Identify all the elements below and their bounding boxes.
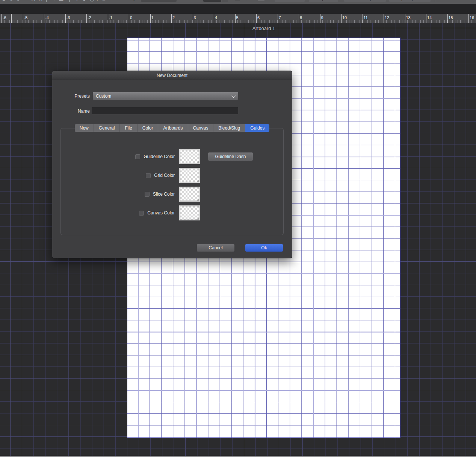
horizontal-ruler: -6-5-4-3-2-1012345678910111213141516: [0, 14, 476, 23]
ruler-number: 9: [321, 15, 323, 20]
ruler-number: 1: [151, 15, 154, 20]
name-input[interactable]: [92, 107, 238, 114]
presets-dropdown[interactable]: Custom: [93, 92, 238, 100]
chevron-down-icon: [231, 94, 236, 98]
ruler-major-tick: [468, 14, 469, 23]
ruler-number: 14: [427, 15, 432, 20]
ruler-major-tick: [384, 14, 384, 23]
pen-icon[interactable]: ✎: [51, 0, 56, 2]
ruler-major-tick: [447, 14, 448, 23]
ruler-number: 10: [342, 15, 347, 20]
swap-arrows-icon[interactable]: ⇄: [245, 0, 249, 1]
ok-button[interactable]: Ok: [245, 244, 283, 252]
ruler-major-tick: [426, 14, 426, 23]
u-shape-icon[interactable]: ∪: [82, 0, 86, 2]
ruler-number: -4: [45, 15, 49, 20]
ruler-number: 8: [300, 15, 302, 20]
ruler-major-tick: [108, 14, 108, 23]
corner-stepper[interactable]: [222, 0, 228, 2]
ruler-major-tick: [256, 14, 257, 23]
corner-shape-icon: [235, 0, 240, 0]
ruler-major-tick: [299, 14, 299, 23]
dialog-title: New Document: [52, 71, 292, 80]
ruler-number: -5: [24, 15, 28, 20]
arc-icon[interactable]: ◠: [23, 0, 28, 2]
ruler-number: 4: [215, 15, 217, 20]
ruler-major-tick: [341, 14, 342, 23]
guides-panel: [60, 128, 284, 235]
cancel-button[interactable]: Cancel: [197, 244, 234, 252]
tab-file[interactable]: File: [120, 124, 137, 132]
ruler-major-tick: [405, 14, 405, 23]
new-document-dialog: New Document Presets Custom Name NewGene…: [52, 71, 292, 258]
ruler-major-tick: [44, 14, 44, 23]
t-shape-icon[interactable]: T: [75, 0, 79, 2]
name-label: Name: [78, 109, 90, 114]
tool-icons-strip: ⊕○○◠AA|✎⚌❘T∪◡⁄≡: [2, 0, 106, 4]
tab-canvas[interactable]: Canvas: [188, 124, 214, 132]
ruler-number: 12: [385, 15, 389, 20]
ruler-major-tick: [129, 14, 129, 23]
tab-new[interactable]: New: [75, 124, 94, 132]
shape-label: Shape:: [125, 0, 140, 1]
ruler-number: 7: [279, 15, 281, 20]
text-icon[interactable]: A: [39, 0, 42, 2]
ruler-major-tick: [86, 14, 87, 23]
tab-color[interactable]: Color: [138, 124, 159, 132]
tab-general[interactable]: General: [94, 124, 120, 132]
ruler-position-marker: [11, 14, 12, 23]
curve-icon[interactable]: ◡: [90, 0, 95, 2]
app-window: ⊕○○◠AA|✎⚌❘T∪◡⁄≡ Shape: Custom Corner: 0.…: [0, 0, 476, 457]
tab-guides[interactable]: Guides: [245, 124, 269, 132]
corner-value: 0.5 in: [206, 0, 216, 1]
top-toolbar: ⊕○○◠AA|✎⚌❘T∪◡⁄≡ Shape: Custom Corner: 0.…: [0, 0, 476, 4]
ruler-major-tick: [150, 14, 151, 23]
styles-button[interactable]: Styles: [309, 0, 338, 2]
ruler-major-tick: [193, 14, 193, 23]
tab-bleed-slug[interactable]: Bleed/Slug: [213, 124, 245, 132]
shape-dropdown[interactable]: Custom: [141, 0, 177, 2]
ruler-number: 13: [406, 15, 411, 20]
ruler-major-tick: [278, 14, 278, 23]
ruler-number: 2: [172, 15, 175, 20]
corner-label: Corner:: [187, 0, 203, 1]
toolbar-gap-strip: [0, 4, 476, 14]
divider-icon[interactable]: |: [46, 0, 47, 2]
circle-icon[interactable]: ○: [10, 0, 13, 2]
document-button[interactable]: Document: [275, 0, 305, 2]
dialog-tab-bar: NewGeneralFileColorArtboardsCanvasBleed/…: [52, 124, 292, 132]
ruler-major-tick: [235, 14, 236, 23]
ruler-number: -6: [3, 15, 6, 20]
stroke-width-icon[interactable]: ⚌: [59, 0, 63, 2]
artboard-title[interactable]: Artboard 1: [127, 26, 400, 31]
ruler-number: 16: [470, 15, 474, 20]
layer-options-button[interactable]: Layer Options: [389, 0, 431, 2]
ruler-number: 11: [364, 15, 368, 20]
target-icon[interactable]: ⊕: [2, 0, 6, 2]
ruler-major-tick: [2, 14, 2, 23]
ruler-major-tick: [320, 14, 320, 23]
ruler-major-tick: [23, 14, 23, 23]
slash-icon[interactable]: ⁄: [98, 0, 99, 2]
ruler-number: -2: [88, 15, 91, 20]
menu-icon[interactable]: ≡: [102, 0, 106, 2]
shape-value: Custom: [143, 0, 159, 1]
corner-dropdown[interactable]: 0.5 in: [203, 0, 221, 2]
ruler-number: -3: [66, 15, 70, 20]
ruler-number: 15: [449, 15, 453, 20]
polygon-icon[interactable]: A: [32, 0, 35, 2]
artboard-options-button[interactable]: Artboard Options: [344, 0, 386, 2]
ruler-major-tick: [363, 14, 363, 23]
toolbar-divider: [435, 0, 435, 2]
ruler-major-tick: [65, 14, 66, 23]
ruler-number: 3: [194, 15, 196, 20]
options-box-icon[interactable]: [258, 0, 264, 1]
ruler-number: -1: [109, 15, 113, 20]
tab-artboards[interactable]: Artboards: [158, 124, 188, 132]
presets-value: Custom: [96, 94, 111, 99]
ruler-major-tick: [171, 14, 172, 23]
ellipse-icon[interactable]: ○: [17, 0, 20, 2]
ruler-number: 5: [236, 15, 239, 20]
node-icon[interactable]: ❘: [67, 0, 72, 2]
ruler-major-tick: [214, 14, 214, 23]
